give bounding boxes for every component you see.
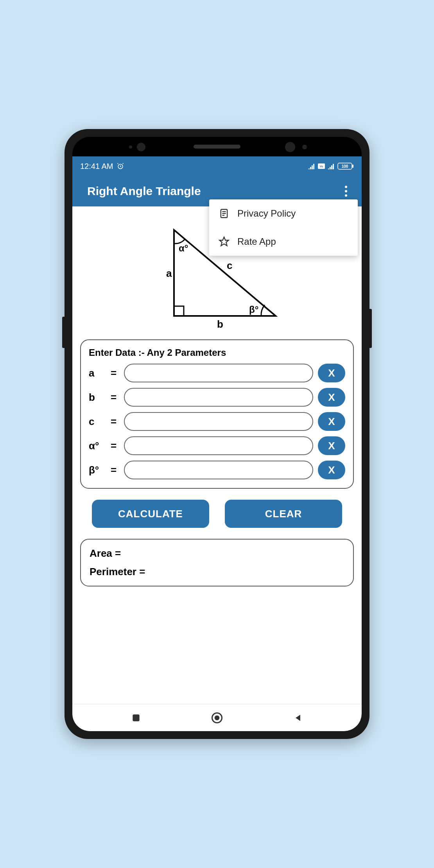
clear-c-button[interactable]: X [318, 412, 345, 431]
screen: 12:41 AM Vo [72, 156, 362, 731]
menu-item-label: Privacy Policy [237, 208, 296, 219]
status-right: Vo 100 [308, 163, 354, 170]
data-entry-box: Enter Data :- Any 2 Parameters a = X b =… [80, 339, 354, 489]
field-row-c: c = X [89, 412, 345, 431]
phone-inner: 12:41 AM Vo [72, 137, 362, 731]
clear-beta-button[interactable]: X [318, 461, 345, 479]
input-alpha[interactable] [124, 436, 313, 455]
calculate-button[interactable]: CALCULATE [92, 500, 209, 528]
clear-all-button[interactable]: CLEAR [225, 500, 342, 528]
circle-icon [211, 712, 223, 724]
svg-text:Vo: Vo [320, 165, 323, 168]
clear-alpha-button[interactable]: X [318, 436, 345, 455]
field-label-b: b [89, 391, 106, 404]
status-left: 12:41 AM [80, 162, 124, 171]
nav-back-button[interactable] [291, 711, 305, 725]
sensor-dot-2 [302, 145, 307, 149]
equals-sign: = [111, 440, 119, 452]
svg-marker-15 [296, 715, 300, 721]
front-camera [137, 143, 145, 151]
nav-recents-button[interactable] [129, 711, 143, 725]
battery-level: 100 [342, 164, 348, 169]
label-side-b: b [217, 318, 223, 330]
clear-b-button[interactable]: X [318, 388, 345, 407]
overflow-menu: Privacy Policy Rate App [209, 199, 358, 256]
alarm-icon [117, 162, 124, 170]
field-row-beta: β° = X [89, 461, 345, 479]
square-icon [131, 713, 141, 723]
action-row: CALCULATE CLEAR [80, 500, 354, 528]
front-camera-2 [285, 142, 295, 152]
star-icon [219, 236, 230, 247]
signal-icon-2 [327, 163, 335, 169]
content-area: a b c α° β° Enter Data :- Any 2 Paramete… [72, 206, 362, 704]
field-label-a: a [89, 367, 106, 379]
menu-item-label: Rate App [237, 236, 276, 247]
results-box: Area = Perimeter = [80, 539, 354, 586]
equals-sign: = [111, 464, 119, 476]
battery-icon: 100 [337, 163, 354, 170]
status-time: 12:41 AM [80, 162, 113, 171]
label-side-a: a [166, 267, 172, 279]
sensor-dot [129, 145, 132, 149]
document-icon [219, 208, 230, 219]
field-label-c: c [89, 416, 106, 428]
result-perimeter: Perimeter = [90, 566, 344, 578]
field-label-alpha: α° [89, 440, 106, 452]
data-entry-title: Enter Data :- Any 2 Parameters [89, 347, 345, 358]
signal-icon-1 [308, 163, 316, 169]
input-b[interactable] [124, 388, 313, 407]
label-angle-alpha: α° [179, 243, 188, 253]
svg-point-14 [215, 715, 220, 720]
equals-sign: = [111, 391, 119, 404]
svg-marker-9 [219, 237, 228, 246]
label-angle-beta: β° [249, 304, 258, 315]
menu-item-privacy-policy[interactable]: Privacy Policy [209, 199, 358, 228]
svg-rect-11 [174, 306, 184, 316]
field-row-alpha: α° = X [89, 436, 345, 455]
menu-item-rate-app[interactable]: Rate App [209, 228, 358, 256]
equals-sign: = [111, 416, 119, 428]
label-side-c: c [227, 260, 232, 271]
equals-sign: = [111, 367, 119, 379]
result-area: Area = [90, 547, 344, 560]
field-row-b: b = X [89, 388, 345, 407]
phone-frame: 12:41 AM Vo [65, 129, 369, 739]
volte-icon: Vo [318, 163, 325, 169]
input-a[interactable] [124, 364, 313, 382]
overflow-menu-button[interactable] [341, 186, 351, 197]
svg-rect-4 [352, 165, 353, 168]
input-beta[interactable] [124, 461, 313, 479]
clear-a-button[interactable]: X [318, 364, 345, 382]
app-title: Right Angle Triangle [87, 185, 201, 198]
status-bar: 12:41 AM Vo [72, 156, 362, 176]
earpiece-speaker [194, 145, 240, 149]
system-nav-bar [72, 704, 362, 731]
field-label-beta: β° [89, 464, 106, 476]
triangle-left-icon [293, 713, 303, 723]
svg-rect-12 [133, 714, 140, 721]
field-row-a: a = X [89, 364, 345, 382]
phone-hardware-top [72, 137, 362, 156]
input-c[interactable] [124, 412, 313, 431]
nav-home-button[interactable] [210, 711, 224, 725]
